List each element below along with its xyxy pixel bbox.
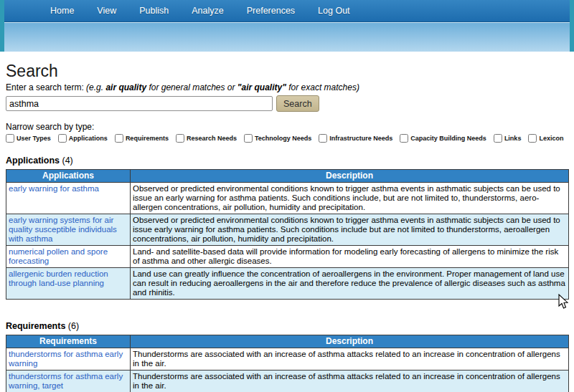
checkbox-user-types[interactable]: User Types xyxy=(6,134,51,143)
nav-item-home[interactable]: Home xyxy=(39,0,85,21)
checkbox-technology-needs-label: Technology Needs xyxy=(255,135,311,142)
nav-item-logout[interactable]: Log Out xyxy=(306,0,361,21)
applications-header-row: Applications Description xyxy=(6,170,569,183)
application-link[interactable]: early warning systems for air quality su… xyxy=(9,216,117,243)
checkbox-infrastructure-needs[interactable]: Infrastructure Needs xyxy=(319,134,392,143)
requirement-link[interactable]: thunderstorms for asthma early warning, … xyxy=(9,372,123,390)
checkbox-lexicon-label: Lexicon xyxy=(539,135,563,142)
table-row: early warning for asthma Observed or pre… xyxy=(6,183,569,214)
narrow-search-label: Narrow search by type: xyxy=(6,122,568,132)
checkbox-infrastructure-needs-label: Infrastructure Needs xyxy=(329,135,392,142)
checkbox-infrastructure-needs-box[interactable] xyxy=(319,134,327,143)
applications-title-text: Applications xyxy=(6,156,60,166)
checkbox-links-label: Links xyxy=(504,135,522,142)
checkbox-capacity-building-needs-label: Capacity Building Needs xyxy=(410,135,486,142)
applications-table: Applications Description early warning f… xyxy=(6,169,569,300)
checkbox-links[interactable]: Links xyxy=(494,134,522,143)
application-description: Observed or predicted environmental cond… xyxy=(131,214,569,246)
checkbox-user-types-box[interactable] xyxy=(6,134,14,143)
requirements-description-header: Description xyxy=(131,335,569,348)
search-row: Search xyxy=(6,95,568,112)
requirements-table: Requirements Description thunderstorms f… xyxy=(6,335,569,392)
checkbox-research-needs-box[interactable] xyxy=(176,134,184,143)
search-hint-post: for exact matches) xyxy=(286,82,359,92)
checkbox-lexicon-box[interactable] xyxy=(528,134,537,143)
checkbox-research-needs-label: Research Needs xyxy=(187,135,237,142)
search-hint-example1: air quality xyxy=(105,82,146,92)
table-row: thunderstorms for asthma early warning, … xyxy=(6,371,569,392)
search-button[interactable]: Search xyxy=(276,95,319,112)
narrow-search-checkboxes: User Types Applications Requirements Res… xyxy=(6,134,568,143)
nav-item-analyze[interactable]: Analyze xyxy=(180,0,235,21)
application-link[interactable]: allergenic burden reduction through land… xyxy=(9,269,108,287)
application-description: Land- and satellite-based data will prov… xyxy=(131,246,569,268)
checkbox-research-needs[interactable]: Research Needs xyxy=(176,134,237,143)
requirement-description: Thunderstorms are associated with an inc… xyxy=(131,371,569,392)
main-navbar: Home View Publish Analyze Preferences Lo… xyxy=(4,0,570,22)
checkbox-capacity-building-needs-box[interactable] xyxy=(400,134,408,143)
checkbox-requirements-box[interactable] xyxy=(115,134,123,143)
search-input[interactable] xyxy=(6,96,273,111)
application-description: Observed or predicted environmental cond… xyxy=(131,183,569,214)
requirements-col-header: Requirements xyxy=(6,335,131,348)
page-title: Search xyxy=(6,62,568,81)
search-hint-example2: "air quality" xyxy=(237,82,286,92)
applications-count: (4) xyxy=(62,156,73,166)
checkbox-links-box[interactable] xyxy=(494,134,502,143)
applications-description-header: Description xyxy=(131,170,569,183)
requirements-count: (6) xyxy=(68,321,79,331)
requirements-section-title: Requirements (6) xyxy=(6,321,568,331)
checkbox-technology-needs[interactable]: Technology Needs xyxy=(244,134,311,143)
requirements-header-row: Requirements Description xyxy=(6,335,569,348)
main-content: Search Enter a search term: (e.g. air qu… xyxy=(0,52,574,392)
nav-item-preferences[interactable]: Preferences xyxy=(235,0,306,21)
table-row: early warning systems for air quality su… xyxy=(6,214,569,246)
application-link[interactable]: early warning for asthma xyxy=(9,184,99,193)
table-row: allergenic burden reduction through land… xyxy=(6,268,569,300)
checkbox-applications-box[interactable] xyxy=(58,134,67,143)
table-row: thunderstorms for asthma early warning T… xyxy=(6,348,569,371)
checkbox-applications-label: Applications xyxy=(69,135,108,142)
table-row: numerical pollen and spore forecasting L… xyxy=(6,246,569,268)
checkbox-capacity-building-needs[interactable]: Capacity Building Needs xyxy=(400,134,486,143)
checkbox-applications[interactable]: Applications xyxy=(58,134,108,143)
requirements-title-text: Requirements xyxy=(6,321,65,331)
search-prompt: Enter a search term: (e.g. air quality f… xyxy=(6,82,568,92)
requirement-description: Thunderstorms are associated with an inc… xyxy=(131,348,569,371)
search-prompt-label: Enter a search term: xyxy=(6,82,86,92)
checkbox-requirements[interactable]: Requirements xyxy=(115,134,169,143)
header-band xyxy=(4,22,570,52)
checkbox-technology-needs-box[interactable] xyxy=(244,134,253,143)
page-header: Home View Publish Analyze Preferences Lo… xyxy=(0,0,574,52)
checkbox-lexicon[interactable]: Lexicon xyxy=(528,134,563,143)
application-link[interactable]: numerical pollen and spore forecasting xyxy=(9,247,108,265)
application-description: Land use can greatly influence the conce… xyxy=(131,268,569,300)
requirement-link[interactable]: thunderstorms for asthma early warning xyxy=(9,350,123,368)
search-hint-pre: (e.g. xyxy=(86,82,105,92)
checkbox-requirements-label: Requirements xyxy=(126,135,169,142)
applications-section-title: Applications (4) xyxy=(6,156,568,166)
checkbox-user-types-label: User Types xyxy=(17,135,51,142)
applications-col-header: Applications xyxy=(6,170,131,183)
search-hint-mid: for general matches or xyxy=(146,82,237,92)
nav-item-view[interactable]: View xyxy=(85,0,128,21)
nav-item-publish[interactable]: Publish xyxy=(128,0,180,21)
